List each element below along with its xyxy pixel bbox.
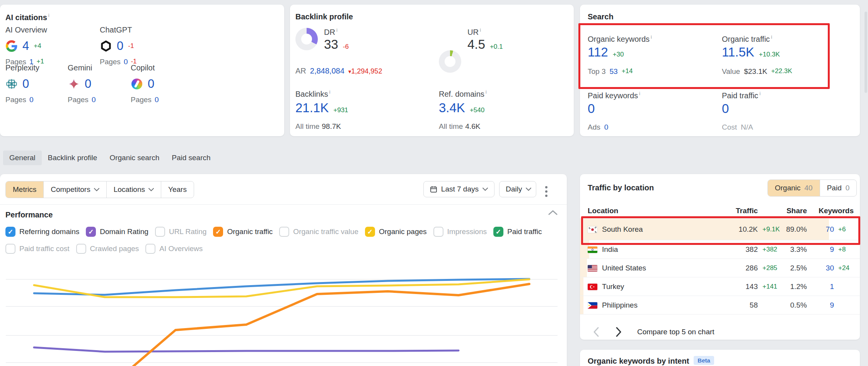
checkbox-organic-pages[interactable]: ✓Organic pages	[365, 227, 427, 237]
share-bar	[580, 296, 583, 315]
prev-page-button[interactable]	[588, 324, 604, 340]
ref-domains-delta: +540	[470, 106, 484, 114]
series-referring-domains	[34, 279, 529, 295]
checkbox-organic-traffic[interactable]: ✓Organic traffic	[213, 227, 273, 237]
pages-count-link[interactable]: 0	[29, 96, 34, 104]
location-row-philippines[interactable]: Philippines 58 0.5% 9	[580, 296, 860, 315]
keywords-count-link[interactable]: 30	[826, 264, 834, 272]
checkbox-url-rating[interactable]: URL Rating	[155, 227, 207, 237]
collapse-section-button[interactable]	[548, 210, 558, 217]
ar-delta: 1,294,952	[351, 67, 382, 75]
backlink-profile-title: Backlink profile	[295, 12, 353, 21]
google-icon	[5, 40, 18, 52]
checkbox-paid-traffic[interactable]: ✓Paid traffic	[493, 227, 542, 237]
paid-keywords-value-link[interactable]: 0	[588, 101, 595, 116]
perplexity-value[interactable]: 0	[22, 77, 29, 91]
info-icon[interactable]: i	[48, 12, 49, 18]
competitors-segment[interactable]: Competitors	[43, 181, 106, 198]
info-icon[interactable]: i	[480, 27, 481, 33]
checkbox-domain-rating[interactable]: ✓Domain Rating	[86, 227, 148, 237]
metrics-segmented-control: Metrics Competitors Locations Years	[5, 181, 194, 198]
organic-traffic-label: Organic traffici	[722, 34, 772, 44]
organic-traffic-value-link[interactable]: 11.5K	[722, 45, 754, 60]
tab-general[interactable]: General	[3, 151, 42, 165]
top3-value-link[interactable]: 53	[609, 67, 617, 76]
date-range-button[interactable]: Last 7 days	[423, 181, 495, 197]
info-icon[interactable]: i	[759, 91, 761, 96]
dr-label: DRi	[324, 27, 338, 37]
years-segment[interactable]: Years	[161, 181, 194, 198]
metrics-segment[interactable]: Metrics	[6, 181, 43, 198]
checkbox-crawled-pages[interactable]: Crawled pages	[76, 244, 139, 254]
more-options-button[interactable]	[543, 184, 550, 199]
ar-value-link[interactable]: 2,848,084	[310, 67, 344, 75]
compare-top5-link[interactable]: Compare top 5 on chart	[637, 328, 715, 336]
checkbox-ai-overviews[interactable]: AI Overviews	[145, 244, 203, 254]
chevron-down-icon	[483, 188, 488, 191]
keywords-count-link[interactable]: 9	[830, 245, 834, 254]
ai-overview-value[interactable]: 4	[22, 39, 29, 53]
backlinks-alltime: 98.7K	[322, 122, 341, 130]
gemini-value[interactable]: 0	[85, 77, 91, 91]
keywords-count-link[interactable]: 1	[830, 282, 834, 291]
flag-south-korea-icon	[588, 226, 597, 233]
info-icon[interactable]: i	[486, 89, 487, 95]
flag-united-states-icon	[588, 265, 597, 272]
pages-count-link[interactable]: 0	[155, 96, 159, 104]
dashboard-page: { "colors": { "link_blue": "#1a55c2", "g…	[0, 0, 868, 366]
chevron-down-icon	[526, 188, 531, 191]
checkbox-organic-traffic-value[interactable]: Organic traffic value	[279, 227, 358, 237]
backlinks-delta: +931	[333, 106, 348, 114]
scrollbar-thumb[interactable]	[865, 12, 867, 93]
paid-toggle-option[interactable]: Paid0	[820, 180, 857, 196]
chatgpt-delta: -1	[128, 42, 134, 50]
checkbox-referring-domains[interactable]: ✓Referring domains	[5, 227, 79, 237]
tab-backlink-profile[interactable]: Backlink profile	[42, 151, 104, 165]
copilot-value[interactable]: 0	[148, 77, 154, 91]
chatgpt-value[interactable]: 0	[117, 39, 123, 53]
search-card: Search Organic keywordsi 112 +30 Top 353…	[580, 5, 860, 136]
divider	[0, 204, 567, 205]
ar-label: AR	[295, 67, 306, 75]
location-row-turkey[interactable]: Turkey 143 +141 1.2% 1	[580, 277, 860, 296]
info-icon[interactable]: i	[771, 34, 772, 40]
ur-label: URi	[467, 27, 481, 37]
pages-count-link[interactable]: 0	[92, 96, 96, 104]
keywords-count-link[interactable]: 9	[830, 301, 834, 310]
performance-card: Metrics Competitors Locations Years Last…	[0, 174, 567, 366]
keywords-by-intent-card: Organic keywords by intentBeta	[580, 350, 860, 366]
granularity-button[interactable]: Daily	[499, 181, 536, 197]
checkbox-paid-traffic-cost[interactable]: Paid traffic cost	[5, 244, 70, 254]
ads-value-link[interactable]: 0	[604, 123, 609, 132]
checkbox-impressions[interactable]: Impressions	[433, 227, 487, 237]
organic-keywords-value-link[interactable]: 112	[588, 45, 608, 60]
locations-segment[interactable]: Locations	[106, 181, 161, 198]
search-title: Search	[588, 12, 614, 21]
location-row-india[interactable]: India 382 +382 3.3% 9 +8	[580, 240, 860, 259]
keywords-count-link[interactable]: 70	[826, 225, 834, 234]
series-domain-rating	[34, 347, 459, 352]
flag-philippines-icon	[588, 302, 597, 309]
info-icon[interactable]: i	[329, 89, 330, 95]
info-icon[interactable]: i	[651, 34, 652, 40]
dr-donut-chart	[295, 28, 318, 50]
next-page-button[interactable]	[611, 324, 626, 340]
tab-paid-search[interactable]: Paid search	[165, 151, 217, 165]
info-icon[interactable]: i	[336, 27, 338, 33]
location-row-united-states[interactable]: United States 286 +285 2.5% 30 +24	[580, 258, 860, 277]
ref-domains-value-link[interactable]: 3.4K	[439, 101, 465, 115]
organic-toggle-option[interactable]: Organic40	[768, 180, 820, 196]
location-row-south-korea[interactable]: South Korea 10.2K +9.1K 89.0% 70 +6	[580, 218, 860, 240]
metric-checkbox-row-1: ✓Referring domains ✓Domain Rating URL Ra…	[5, 227, 563, 237]
location-pager: Compare top 5 on chart	[588, 324, 715, 340]
copilot-icon	[131, 78, 143, 90]
backlink-profile-card: Backlink profile DRi 33 -6 AR 2,848,084 …	[290, 5, 574, 136]
tab-organic-search[interactable]: Organic search	[103, 151, 165, 165]
ur-donut-chart	[439, 50, 461, 73]
chatgpt-icon	[100, 40, 112, 52]
info-icon[interactable]: i	[639, 91, 640, 96]
backlinks-value-link[interactable]: 21.1K	[295, 101, 329, 115]
ur-delta: +0.1	[490, 43, 503, 51]
organic-keywords-label: Organic keywordsi	[588, 34, 652, 44]
paid-traffic-value-link[interactable]: 0	[722, 101, 729, 116]
